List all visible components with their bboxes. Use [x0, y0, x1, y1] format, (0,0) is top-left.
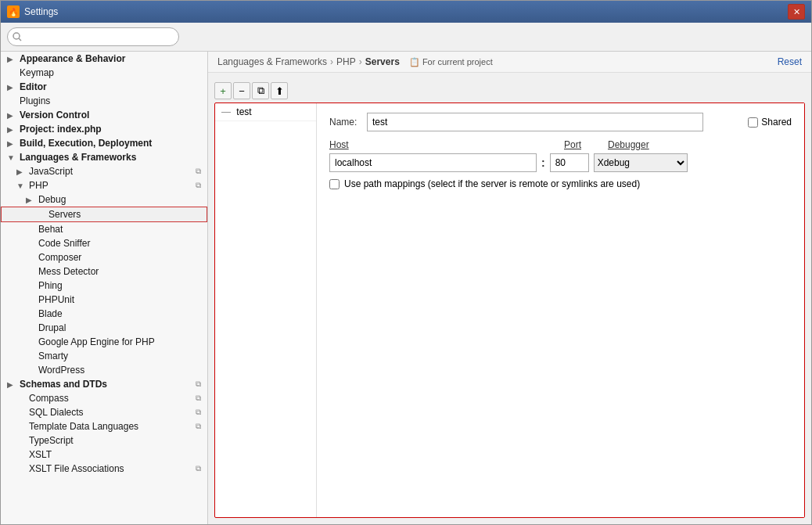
sidebar-item-project[interactable]: Project: index.php	[1, 122, 207, 136]
sidebar-item-php[interactable]: PHP ⧉	[1, 178, 207, 192]
title-controls: ✕	[788, 4, 805, 20]
toggle-icon	[16, 167, 26, 176]
sidebar-item-label: TypeScript	[29, 435, 74, 446]
sidebar-item-label: Composer	[38, 252, 81, 263]
add-server-button[interactable]: +	[214, 82, 232, 99]
remove-server-button[interactable]: −	[233, 82, 250, 99]
path-mapping-label: Use path mappings (select if the server …	[344, 178, 640, 189]
copy-icon: ⧉	[196, 181, 201, 190]
reset-link[interactable]: Reset	[778, 56, 802, 67]
sidebar-item-phing[interactable]: Phing	[1, 279, 207, 293]
sidebar-item-typescript[interactable]: TypeScript	[1, 433, 207, 448]
sidebar-item-build[interactable]: Build, Execution, Deployment	[1, 136, 207, 150]
search-input[interactable]	[7, 27, 179, 46]
colon-separator: :	[541, 156, 545, 169]
sidebar-item-label: Keymap	[20, 67, 54, 78]
panel-content: + − ⧉ ⬆ — test	[208, 73, 811, 524]
sidebar-item-label: Mess Detector	[38, 266, 99, 277]
sidebar-item-label: PHP	[29, 180, 49, 191]
window-title: Settings	[24, 6, 58, 17]
sidebar-item-label: Appearance & Behavior	[20, 53, 125, 64]
port-input[interactable]	[550, 153, 589, 172]
path-mapping-checkbox[interactable]	[329, 179, 340, 189]
sidebar-item-mess-detector[interactable]: Mess Detector	[1, 264, 207, 279]
shared-label: Shared	[761, 117, 792, 128]
name-row: Name: Shared	[329, 113, 792, 131]
toggle-icon	[7, 125, 16, 134]
sidebar-item-label: Languages & Frameworks	[20, 152, 136, 163]
sidebar-item-behat[interactable]: Behat	[1, 222, 207, 236]
move-icon: ⬆	[275, 85, 284, 97]
breadcrumb-part3: Servers	[365, 56, 400, 67]
breadcrumb: Languages & Frameworks › PHP › Servers 📋…	[208, 52, 811, 73]
server-list-panel: — test Name: Shared	[214, 102, 805, 518]
copy-icon: ⧉	[196, 379, 201, 389]
app-icon: 🔥	[7, 5, 20, 18]
sidebar-item-sql-dialects[interactable]: SQL Dialects ⧉	[1, 405, 207, 419]
sidebar-item-label: XSLT File Associations	[29, 463, 124, 474]
sidebar-item-appearance[interactable]: Appearance & Behavior	[1, 52, 207, 66]
main-area: Appearance & Behavior Keymap Editor Plug…	[1, 52, 811, 524]
sidebar-item-phpunit[interactable]: PHPUnit	[1, 293, 207, 307]
sidebar-item-blade[interactable]: Blade	[1, 307, 207, 321]
sidebar-item-compass[interactable]: Compass ⧉	[1, 391, 207, 405]
sidebar-item-label: Phing	[38, 280, 63, 291]
copy-icon: ⧉	[196, 422, 201, 431]
copy-server-button[interactable]: ⧉	[252, 82, 269, 99]
toggle-icon	[7, 83, 16, 92]
host-section: Host Port Debugger :	[329, 139, 792, 172]
sidebar-item-google-app[interactable]: Google App Engine for PHP	[1, 335, 207, 349]
move-server-button[interactable]: ⬆	[271, 82, 288, 99]
sidebar-item-editor[interactable]: Editor	[1, 80, 207, 94]
sidebar-item-languages[interactable]: Languages & Frameworks	[1, 150, 207, 164]
close-button[interactable]: ✕	[788, 4, 805, 20]
sidebar-item-label: Smarty	[38, 351, 68, 361]
dash-icon: —	[221, 106, 231, 117]
sidebar-item-javascript[interactable]: JavaScript ⧉	[1, 164, 207, 178]
sidebar-item-label: Template Data Languages	[29, 421, 138, 432]
server-list-item[interactable]: — test	[215, 103, 316, 121]
sidebar-item-code-sniffer[interactable]: Code Sniffer	[1, 236, 207, 250]
title-bar-left: 🔥 Settings	[7, 5, 58, 18]
sidebar-item-label: Debug	[38, 194, 66, 205]
sidebar-item-label: SQL Dialects	[29, 407, 84, 418]
sidebar-item-label: Google App Engine for PHP	[38, 336, 155, 347]
sidebar-item-xslt-file[interactable]: XSLT File Associations ⧉	[1, 462, 207, 476]
toggle-icon	[7, 380, 16, 389]
right-panel: Languages & Frameworks › PHP › Servers 📋…	[208, 52, 811, 524]
server-toolbar: + − ⧉ ⬆	[214, 79, 805, 102]
host-input[interactable]	[329, 153, 537, 172]
sidebar-item-drupal[interactable]: Drupal	[1, 321, 207, 335]
copy-icon: ⧉	[196, 408, 201, 417]
sidebar-item-wordpress[interactable]: WordPress	[1, 363, 207, 377]
breadcrumb-part1: Languages & Frameworks	[217, 56, 327, 67]
toggle-icon	[7, 139, 16, 148]
sidebar-item-version-control[interactable]: Version Control	[1, 108, 207, 122]
settings-window: 🔥 Settings ✕ Appearance & Behavior Keyma…	[0, 0, 812, 525]
sidebar-item-schemas[interactable]: Schemas and DTDs ⧉	[1, 377, 207, 391]
sidebar-item-composer[interactable]: Composer	[1, 250, 207, 264]
sidebar-item-smarty[interactable]: Smarty	[1, 349, 207, 363]
sidebar-item-label: Behat	[38, 224, 63, 235]
toggle-icon	[16, 182, 26, 190]
sidebar-item-label: Compass	[29, 393, 69, 404]
sidebar-item-template-data[interactable]: Template Data Languages ⧉	[1, 419, 207, 433]
server-list: — test	[215, 103, 317, 517]
debugger-select[interactable]: Xdebug Zend Debugger	[594, 153, 688, 172]
sidebar-item-plugins[interactable]: Plugins	[1, 94, 207, 108]
sidebar-item-debug[interactable]: Debug	[1, 192, 207, 207]
title-bar: 🔥 Settings ✕	[1, 1, 811, 23]
path-mapping-row: Use path mappings (select if the server …	[329, 178, 792, 189]
server-name-input[interactable]	[367, 113, 703, 131]
sidebar-item-servers[interactable]: Servers	[1, 207, 207, 222]
port-col-label: Port	[564, 139, 603, 150]
sidebar-item-xslt[interactable]: XSLT	[1, 448, 207, 462]
breadcrumb-sep2: ›	[359, 56, 362, 67]
sidebar: Appearance & Behavior Keymap Editor Plug…	[1, 52, 208, 524]
copy-icon: ⧉	[196, 394, 201, 403]
sidebar-item-label: Version Control	[20, 110, 89, 120]
breadcrumb-part2: PHP	[336, 56, 356, 67]
sidebar-item-label: Blade	[38, 308, 63, 319]
shared-checkbox[interactable]	[748, 117, 758, 128]
sidebar-item-keymap[interactable]: Keymap	[1, 66, 207, 80]
